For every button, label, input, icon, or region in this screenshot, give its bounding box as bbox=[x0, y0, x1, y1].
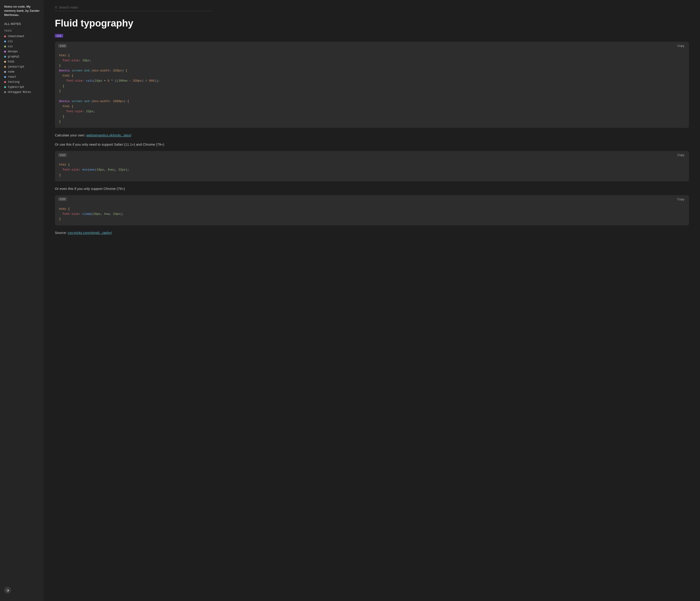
sidebar-tag-css[interactable]: css bbox=[0, 44, 44, 49]
tag-label: node bbox=[8, 70, 15, 74]
tag-dot bbox=[4, 81, 6, 83]
sidebar-tag-devops[interactable]: devops bbox=[0, 49, 44, 54]
source-line: Source: css-tricks.com/simpli...raphy/ bbox=[55, 230, 689, 235]
sidebar-tag-untagged-notes[interactable]: Untagged Notes bbox=[0, 90, 44, 95]
tag-label: cli bbox=[8, 40, 13, 43]
prose-1: Calculate your own: websemantics.uk/tool… bbox=[55, 132, 689, 138]
prose-2: Or use this if you only need to support … bbox=[55, 142, 689, 147]
tag-label: react bbox=[8, 75, 16, 79]
sidebar-tags-label: TAGS bbox=[0, 28, 44, 34]
copy-button-2[interactable]: Copy bbox=[676, 153, 686, 157]
prose-3: Or even this if you only support Chrome … bbox=[55, 186, 689, 192]
tag-dot bbox=[4, 51, 6, 53]
sidebar-tag-cheatsheet[interactable]: cheatsheet bbox=[0, 34, 44, 39]
tag-label: Untagged Notes bbox=[8, 91, 31, 94]
tag-dot bbox=[4, 76, 6, 78]
sidebar-tag-html[interactable]: html bbox=[0, 59, 44, 64]
sidebar-tag-graphql[interactable]: graphql bbox=[0, 54, 44, 59]
tag-dot bbox=[4, 91, 6, 93]
sidebar-title: Notes on code. My memory bank, by Zander… bbox=[0, 5, 44, 21]
code-content-1: html { font-size: 16px; } @media screen … bbox=[55, 50, 689, 128]
tag-label: typescript bbox=[8, 85, 24, 89]
copy-button-1[interactable]: Copy bbox=[676, 44, 686, 48]
tag-dot bbox=[4, 66, 6, 68]
tag-dot bbox=[4, 56, 6, 58]
sidebar: Notes on code. My memory bank, by Zander… bbox=[0, 0, 44, 601]
tag-list: cheatsheetclicssdevopsgraphqlhtmljavascr… bbox=[0, 34, 44, 95]
code-block-3-header: CSS Copy bbox=[55, 195, 689, 203]
sidebar-tag-javascript[interactable]: javascript bbox=[0, 64, 44, 69]
code-block-2: CSS Copy html { font-size: min(max(16px,… bbox=[55, 151, 689, 181]
sidebar-tag-cli[interactable]: cli bbox=[0, 39, 44, 44]
sidebar-bottom: ◑ bbox=[0, 584, 44, 596]
page-title: Fluid typography bbox=[55, 18, 689, 29]
tag-label: javascript bbox=[8, 65, 24, 69]
tag-label: cheatsheet bbox=[8, 35, 24, 38]
code-lang-badge-3: CSS bbox=[58, 197, 67, 201]
code-block-1-header: CSS Copy bbox=[55, 42, 689, 50]
sidebar-tag-react[interactable]: react bbox=[0, 74, 44, 79]
code-content-3: body { font-size: clamp(16px, 4vw, 22px)… bbox=[55, 203, 689, 225]
tag-label: html bbox=[8, 60, 15, 64]
sidebar-tag-testing[interactable]: testing bbox=[0, 79, 44, 84]
link-websemantics[interactable]: websemantics.uk/tools...lator/ bbox=[86, 133, 131, 137]
copy-button-3[interactable]: Copy bbox=[676, 197, 686, 201]
main-content: ⚲ Fluid typography css CSS Copy html { f… bbox=[44, 0, 700, 601]
page-tag-badge[interactable]: css bbox=[55, 34, 63, 37]
code-block-3: CSS Copy body { font-size: clamp(16px, 4… bbox=[55, 195, 689, 225]
tag-dot bbox=[4, 86, 6, 88]
link-css-tricks[interactable]: css-tricks.com/simpli...raphy/ bbox=[68, 231, 112, 234]
theme-toggle-button[interactable]: ◑ bbox=[4, 587, 11, 594]
tag-label: css bbox=[8, 45, 13, 48]
code-lang-badge-2: CSS bbox=[58, 153, 67, 157]
tag-label: testing bbox=[8, 80, 19, 84]
tag-dot bbox=[4, 41, 6, 43]
code-block-2-header: CSS Copy bbox=[55, 151, 689, 159]
search-container: ⚲ bbox=[55, 5, 211, 11]
sidebar-tag-node[interactable]: node bbox=[0, 69, 44, 74]
tag-label: devops bbox=[8, 50, 18, 53]
tag-dot bbox=[4, 35, 6, 37]
tag-dot bbox=[4, 46, 6, 48]
tag-dot bbox=[4, 71, 6, 73]
code-block-1: CSS Copy html { font-size: 16px; } @medi… bbox=[55, 42, 689, 128]
code-lang-badge-1: CSS bbox=[58, 44, 67, 48]
sidebar-all-notes[interactable]: ALL NOTES bbox=[0, 21, 44, 28]
tag-dot bbox=[4, 61, 6, 63]
code-content-2: html { font-size: min(max(16px, 4vw), 22… bbox=[55, 159, 689, 181]
search-input[interactable] bbox=[59, 5, 211, 9]
sidebar-tag-typescript[interactable]: typescript bbox=[0, 84, 44, 90]
tag-label: graphql bbox=[8, 55, 19, 58]
search-icon: ⚲ bbox=[55, 5, 57, 9]
